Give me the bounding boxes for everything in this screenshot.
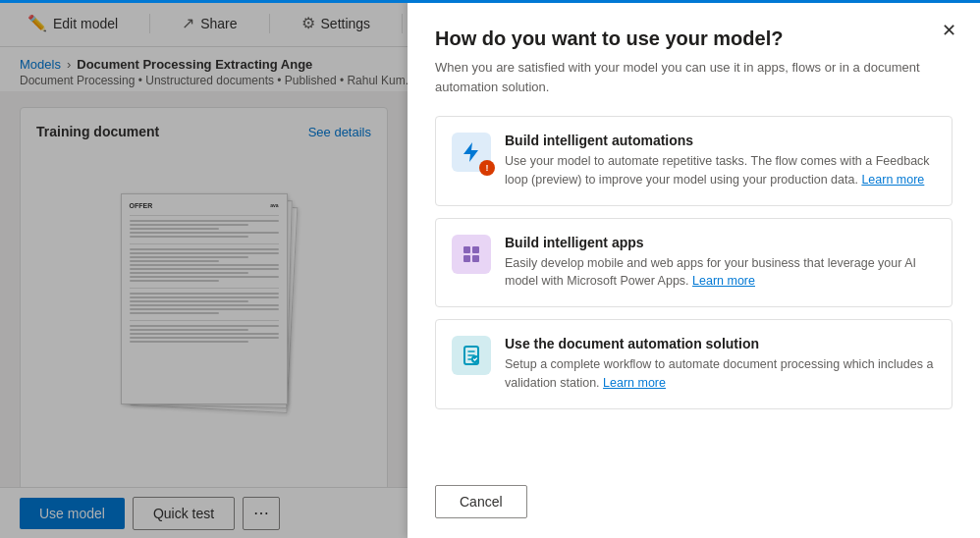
apps-icon-wrap [452,235,491,274]
apps-learn-more[interactable]: Learn more [692,274,755,288]
doc-automation-icon-wrap [452,336,491,375]
svg-rect-0 [463,246,470,253]
automations-icon-wrap: ! [452,133,491,172]
automations-learn-more[interactable]: Learn more [861,173,924,187]
modal-title: How do you want to use your model? [435,27,953,50]
modal-close-button[interactable]: ✕ [938,16,960,45]
apps-content: Build intelligent apps Easily develop mo… [505,235,936,292]
doc-automation-desc: Setup a complete workflow to automate do… [505,355,936,393]
doc-automation-title: Use the document automation solution [505,336,936,351]
option-card-doc-automation[interactable]: Use the document automation solution Set… [435,319,953,409]
svg-rect-3 [472,255,479,262]
doc-automation-learn-more[interactable]: Learn more [603,376,666,390]
automations-desc: Use your model to automate repetitive ta… [505,152,936,189]
option-card-automations[interactable]: ! Build intelligent automations Use your… [435,116,953,206]
modal-options: ! Build intelligent automations Use your… [435,116,953,469]
modal-subtitle: When you are satisfied with your model y… [435,58,953,96]
feedback-badge: ! [479,160,495,176]
svg-rect-2 [463,255,470,262]
blue-top-accent [0,0,980,3]
automations-content: Build intelligent automations Use your m… [505,133,936,189]
modal-panel: ✕ How do you want to use your model? Whe… [408,0,980,538]
automations-title: Build intelligent automations [505,133,936,148]
option-card-apps[interactable]: Build intelligent apps Easily develop mo… [435,218,953,308]
svg-rect-1 [472,246,479,253]
modal-footer: Cancel [435,469,953,518]
cancel-button[interactable]: Cancel [435,485,527,518]
overlay-dim [0,0,408,538]
doc-automation-content: Use the document automation solution Set… [505,336,936,393]
apps-desc: Easily develop mobile and web apps for y… [505,254,936,292]
apps-title: Build intelligent apps [505,235,936,250]
